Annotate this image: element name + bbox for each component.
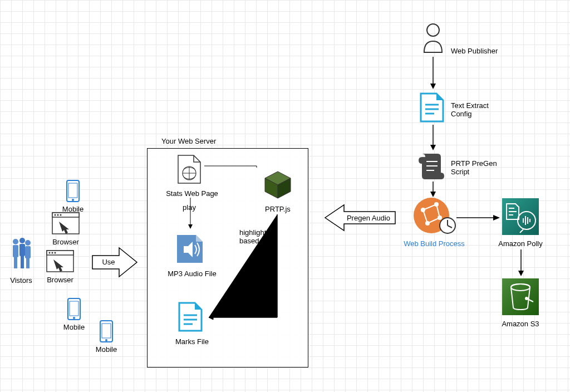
mobile-3-label: Mobile [94,345,119,354]
arrow-polly-s3 [518,249,524,277]
svg-rect-10 [52,213,79,217]
browser-1-label: Browser [51,238,80,246]
arrow-config-script [430,125,436,151]
svg-rect-5 [25,246,31,258]
svg-point-2 [19,238,25,243]
svg-rect-26 [102,324,111,338]
prtp-script-label: PRTP PreGen Script [451,159,507,176]
svg-point-12 [57,214,59,216]
mobile-2-label: Mobile [61,323,87,331]
s3-icon [501,277,540,316]
text-extract-icon [419,91,445,124]
web-publisher-icon [421,22,445,56]
mobile-1-label: Mobile [60,205,86,213]
play-arrow [188,198,193,230]
mobile-icon-3 [99,320,114,343]
svg-rect-6 [14,257,17,268]
build-process-icon [412,195,456,236]
svg-point-4 [25,240,31,246]
svg-point-17 [52,252,53,254]
polly-label: Amazon Polly [493,239,548,248]
svg-rect-15 [47,251,73,255]
visitors-icon [9,237,35,272]
mobile-icon-2 [67,297,81,321]
svg-point-0 [13,239,18,244]
play-label: play [178,203,200,212]
svg-point-21 [72,199,74,201]
svg-point-11 [55,214,56,216]
browser-2-label: Browser [46,276,75,284]
text-extract-label: Text Extract Config [451,101,501,118]
build-process-label: Web Build Process [401,239,468,248]
svg-point-18 [55,252,56,254]
prtp-script-icon [416,151,446,182]
visitors-label: Vistors [4,276,38,285]
polly-icon [501,197,540,236]
svg-rect-7 [21,256,24,268]
arrow-build-polly [456,214,501,221]
browser-icon-2 [46,249,75,273]
arrow-pub-config [430,57,436,90]
mp3-icon [175,233,205,265]
pregen-arrow-label: Pregen Audio [343,214,394,222]
svg-rect-8 [26,258,30,268]
marks-file-icon [177,301,204,333]
browser-icon-1 [51,212,80,235]
svg-point-24 [73,317,75,319]
highlight-label: highlight based on [239,228,284,245]
marks-file-label: Marks File [167,337,217,346]
mobile-icon-1 [66,179,80,203]
s3-label: Amazon S3 [498,320,543,328]
use-arrow-label: Use [97,258,120,266]
svg-rect-23 [70,301,78,316]
svg-point-13 [60,214,62,216]
svg-point-16 [49,252,51,254]
web-server-title: Your Web Server [161,137,234,145]
stats-page-icon [176,153,203,185]
svg-rect-1 [13,245,18,257]
svg-rect-3 [19,244,25,256]
svg-rect-20 [68,183,77,198]
svg-point-37 [427,24,439,36]
svg-point-27 [105,339,107,341]
web-publisher-label: Web Publisher [451,47,507,55]
